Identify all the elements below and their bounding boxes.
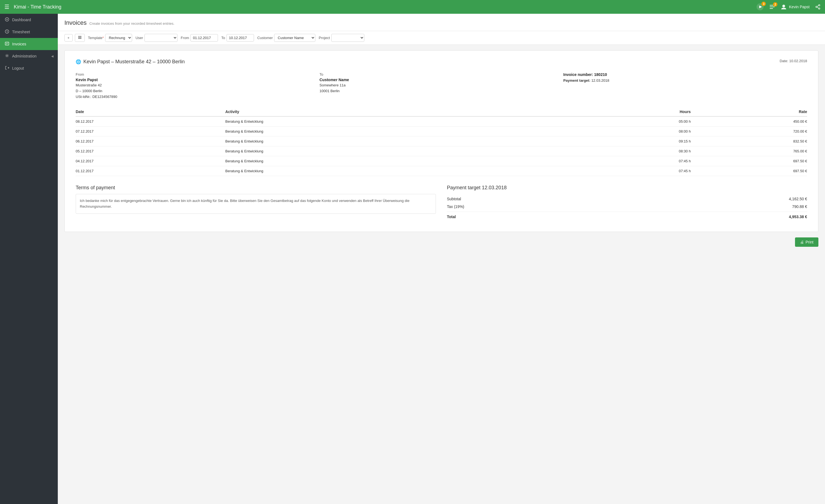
sidebar-label-dashboard: Dashboard: [12, 18, 53, 22]
col-rate: Rate: [691, 107, 807, 116]
timesheet-icon: [4, 29, 9, 34]
row-rate: 832.50 €: [691, 137, 807, 146]
svg-rect-4: [770, 8, 773, 9]
terms-text: Ich bedanke mich für das entgegengebrach…: [76, 194, 436, 214]
sidebar-item-invoices[interactable]: Invoices: [0, 38, 58, 50]
svg-point-5: [782, 5, 785, 7]
customer-group: Customer Customer Name: [256, 34, 315, 42]
table-row: 06.12.2017 Beratung & Entwicklung 09:15 …: [76, 137, 807, 146]
topnav-left: ☰ Kimai - Time Tracking: [4, 4, 61, 10]
to-date-input[interactable]: [226, 34, 254, 41]
row-rate: 765.00 €: [691, 146, 807, 156]
to-street: Somewhere 11a: [319, 83, 563, 88]
row-hours: 07:45 h: [591, 156, 691, 166]
page-title: Invoices: [64, 19, 87, 26]
sidebar-item-administration[interactable]: Administration ◀: [0, 50, 58, 62]
row-rate: 720.00 €: [691, 127, 807, 137]
filter-bar: + Template* Rechnung User: [58, 31, 825, 45]
total-row: Total 4,953.38 €: [447, 212, 807, 221]
svg-line-15: [7, 32, 8, 32]
share-button[interactable]: [815, 4, 821, 10]
invoice-header-row: 🌐 Kevin Papst – Musterstraße 42 – 10000 …: [76, 59, 807, 65]
svg-line-9: [817, 5, 819, 7]
from-city: D – 10000 Berlin: [76, 88, 319, 94]
terms-section: Terms of payment Ich bedanke mich für da…: [76, 185, 436, 221]
sidebar-item-timesheet[interactable]: Timesheet: [0, 26, 58, 38]
record-button[interactable]: 3: [756, 3, 764, 10]
to-address: To Customer Name Somewhere 11a 10001 Ber…: [319, 72, 563, 100]
customer-label: Customer: [257, 36, 273, 40]
svg-rect-3: [770, 7, 775, 7]
dashboard-icon: [4, 17, 9, 22]
row-date: 08.12.2017: [76, 116, 225, 127]
row-activity: Beratung & Entwicklung: [225, 127, 591, 137]
col-activity: Activity: [225, 107, 591, 116]
payment-summary: Payment target 12.03.2018 Subtotal 4,162…: [447, 185, 807, 221]
table-header: Date Activity Hours Rate: [76, 107, 807, 116]
from-street: Musterstraße 42: [76, 83, 319, 88]
from-name: Kevin Papst: [76, 78, 319, 82]
svg-rect-21: [78, 36, 81, 36]
to-label: To: [221, 36, 225, 40]
tasks-badge: 2: [773, 2, 777, 7]
row-activity: Beratung & Entwicklung: [225, 146, 591, 156]
administration-icon: [4, 54, 9, 59]
project-select[interactable]: [331, 34, 364, 42]
page-header: Invoices Create invoices from your recor…: [58, 14, 825, 31]
customer-select[interactable]: Customer Name: [274, 34, 315, 42]
template-select[interactable]: Rechnung: [105, 34, 132, 42]
tax-row: Tax (19%) 790.88 €: [447, 203, 807, 211]
table-row: 04.12.2017 Beratung & Entwicklung 07:45 …: [76, 156, 807, 166]
tasks-button[interactable]: 2: [769, 4, 775, 10]
to-label: To: [319, 72, 563, 77]
row-date: 07.12.2017: [76, 127, 225, 137]
user-menu[interactable]: Kevin Papst: [781, 4, 810, 10]
print-button[interactable]: 🖨 Print: [795, 237, 818, 247]
add-icon: +: [67, 36, 70, 40]
from-address: From Kevin Papst Musterstraße 42 D – 100…: [76, 72, 319, 100]
from-label: From: [76, 72, 319, 77]
row-hours: 07:45 h: [591, 166, 691, 176]
from-label: From: [181, 36, 189, 40]
invoice-date: Date: 10.02.2018: [779, 59, 807, 63]
topnav: ☰ Kimai - Time Tracking 3 2: [0, 0, 825, 14]
svg-point-12: [6, 19, 7, 20]
row-rate: 697.50 €: [691, 166, 807, 176]
total-label: Total: [447, 215, 456, 219]
print-label: Print: [806, 240, 813, 244]
invoices-icon: [4, 41, 9, 47]
to-name: Customer Name: [319, 78, 563, 82]
sidebar-item-dashboard[interactable]: Dashboard: [0, 14, 58, 26]
sidebar-label-timesheet: Timesheet: [12, 30, 53, 34]
administration-chevron: ◀: [51, 55, 53, 58]
table-row: 08.12.2017 Beratung & Entwicklung 05:00 …: [76, 116, 807, 127]
svg-point-7: [816, 6, 817, 8]
from-date-input[interactable]: [191, 34, 218, 41]
subtotal-value: 4,162.50 €: [789, 197, 807, 201]
required-marker: *: [102, 36, 104, 40]
svg-rect-22: [78, 37, 81, 38]
user-group: User: [134, 34, 177, 42]
main-content: Invoices Create invoices from your recor…: [58, 14, 825, 504]
total-value: 4,953.38 €: [789, 215, 807, 219]
list-view-button[interactable]: [75, 34, 85, 42]
hamburger-icon[interactable]: ☰: [4, 4, 9, 10]
add-invoice-button[interactable]: +: [64, 34, 73, 41]
terms-title: Terms of payment: [76, 185, 436, 191]
invoice-table-body: 08.12.2017 Beratung & Entwicklung 05:00 …: [76, 116, 807, 176]
template-group: Template* Rechnung: [87, 34, 132, 42]
col-date: Date: [76, 107, 225, 116]
svg-point-8: [819, 8, 820, 9]
row-rate: 697.50 €: [691, 156, 807, 166]
globe-icon: 🌐: [76, 59, 81, 64]
brand-name: Kimai: [14, 4, 26, 10]
invoice-bottom: Terms of payment Ich bedanke mich für da…: [76, 185, 807, 221]
project-group: Project: [317, 34, 364, 42]
tax-value: 790.88 €: [792, 204, 807, 209]
to-group: To: [220, 34, 254, 41]
user-select[interactable]: [144, 34, 177, 42]
row-activity: Beratung & Entwicklung: [225, 166, 591, 176]
row-hours: 08:30 h: [591, 146, 691, 156]
sidebar-item-logout[interactable]: Logout: [0, 62, 58, 74]
to-city: 10001 Berlin: [319, 88, 563, 94]
